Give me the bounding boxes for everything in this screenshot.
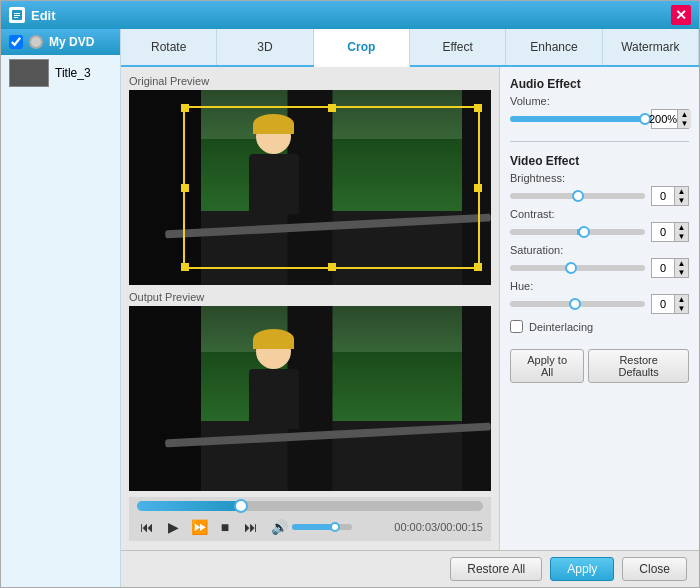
volume-value: 200% [649,113,677,125]
stop-button[interactable]: ■ [215,517,235,537]
hue-slider-track[interactable] [510,301,645,307]
hue-arrows: ▲ ▼ [674,295,688,313]
out-person-head [256,334,291,369]
settings-panel: Audio Effect Volume: 200% ▲ ▼ [499,67,699,550]
saturation-label: Saturation: [510,244,689,256]
progress-bar[interactable] [137,501,483,511]
content-area: Original Preview [121,67,699,550]
volume-spinbox[interactable]: 200% ▲ ▼ [651,109,689,129]
brightness-arrows: ▲ ▼ [674,187,688,205]
volume-up[interactable]: ▲ [677,110,691,119]
volume-thumb[interactable] [330,522,340,532]
contrast-arrows: ▲ ▼ [674,223,688,241]
svg-rect-1 [14,13,20,14]
audio-effect-section: Audio Effect Volume: 200% ▲ ▼ [510,77,689,129]
brightness-slider-track[interactable] [510,193,645,199]
crop-handle-bm[interactable] [328,263,336,271]
brightness-down[interactable]: ▼ [674,196,688,205]
tab-rotate[interactable]: Rotate [121,29,217,65]
contrast-spinbox[interactable]: 0 ▲ ▼ [651,222,689,242]
tab-effect[interactable]: Effect [410,29,506,65]
brightness-slider-thumb[interactable] [572,190,584,202]
crop-handle-tm[interactable] [328,104,336,112]
volume-slider-row: 200% ▲ ▼ [510,109,689,129]
volume-arrows: ▲ ▼ [677,110,691,128]
crop-handle-ml[interactable] [181,184,189,192]
brightness-value: 0 [652,190,674,202]
saturation-up[interactable]: ▲ [674,259,688,268]
crop-handle-tl[interactable] [181,104,189,112]
video-section-title: Video Effect [510,154,689,168]
volume-fill [292,524,334,530]
time-display: 00:00:03/00:00:15 [394,521,483,533]
restore-defaults-button[interactable]: Restore Defaults [588,349,689,383]
saturation-arrows: ▲ ▼ [674,259,688,277]
output-video [129,306,491,491]
restore-all-button[interactable]: Restore All [450,557,542,581]
saturation-slider-row: 0 ▲ ▼ [510,258,689,278]
play-button[interactable]: ▶ [163,517,183,537]
brightness-label: Brightness: [510,172,689,184]
crop-handle-mr[interactable] [474,184,482,192]
hue-spinbox[interactable]: 0 ▲ ▼ [651,294,689,314]
saturation-spinbox[interactable]: 0 ▲ ▼ [651,258,689,278]
tab-bar: Rotate 3D Crop Effect Enhance Watermark [121,29,699,67]
dvd-icon [29,35,43,49]
close-window-button[interactable]: ✕ [671,5,691,25]
saturation-slider-thumb[interactable] [565,262,577,274]
crop-handle-tr[interactable] [474,104,482,112]
preview-panel: Original Preview [121,67,499,550]
contrast-slider-track[interactable] [510,229,645,235]
sidebar-item-title3[interactable]: Title_3 [1,55,120,91]
apply-button[interactable]: Apply [550,557,614,581]
hue-down[interactable]: ▼ [674,304,688,313]
window-title: Edit [31,8,671,23]
crop-handle-bl[interactable] [181,263,189,271]
deinterlacing-checkbox[interactable] [510,320,523,333]
app-icon [9,7,25,23]
contrast-up[interactable]: ▲ [674,223,688,232]
title-thumbnail [9,59,49,87]
crop-handle-br[interactable] [474,263,482,271]
contrast-slider-thumb[interactable] [578,226,590,238]
close-button[interactable]: Close [622,557,687,581]
hue-slider-row: 0 ▲ ▼ [510,294,689,314]
crop-overlay[interactable] [183,106,480,270]
out-person [220,334,329,454]
volume-icon: 🔊 [271,519,288,535]
brightness-up[interactable]: ▲ [674,187,688,196]
sidebar-checkbox[interactable] [9,35,23,49]
progress-thumb[interactable] [234,499,248,513]
tab-watermark[interactable]: Watermark [603,29,699,65]
tab-3d[interactable]: 3D [217,29,313,65]
apply-to-all-button[interactable]: Apply to All [510,349,584,383]
deinterlacing-row: Deinterlacing [510,320,689,333]
output-preview-section: Output Preview [129,291,491,491]
contrast-down[interactable]: ▼ [674,232,688,241]
hue-value: 0 [652,298,674,310]
volume-slider-track[interactable] [510,116,645,122]
contrast-label: Contrast: [510,208,689,220]
tab-enhance[interactable]: Enhance [506,29,602,65]
tab-crop[interactable]: Crop [314,29,410,67]
skip-start-button[interactable]: ⏮ [137,517,157,537]
playback-area: ⏮ ▶ ⏩ ■ ⏭ 🔊 [129,497,491,541]
audio-section-title: Audio Effect [510,77,689,91]
hue-slider-thumb[interactable] [569,298,581,310]
hue-up[interactable]: ▲ [674,295,688,304]
progress-fill [137,501,241,511]
edit-window: Edit ✕ My DVD Title_3 Rotate 3D Crop Eff… [0,0,700,588]
svg-rect-2 [14,15,20,16]
volume-bar[interactable] [292,524,352,530]
saturation-slider-track[interactable] [510,265,645,271]
skip-end-button[interactable]: ⏭ [241,517,261,537]
bottom-bar: Restore All Apply Close [121,550,699,587]
volume-down[interactable]: ▼ [677,119,691,128]
controls-row: ⏮ ▶ ⏩ ■ ⏭ 🔊 [137,517,483,537]
fast-forward-button[interactable]: ⏩ [189,517,209,537]
svg-rect-3 [14,17,18,18]
sidebar-item-label: Title_3 [55,66,91,80]
saturation-down[interactable]: ▼ [674,268,688,277]
brightness-spinbox[interactable]: 0 ▲ ▼ [651,186,689,206]
out-person-body [249,369,299,429]
